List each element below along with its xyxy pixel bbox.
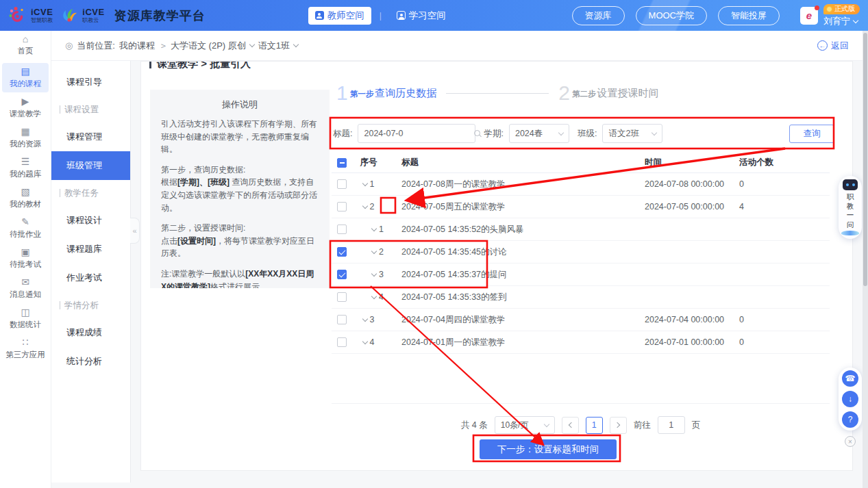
row-count: 0 <box>739 179 830 189</box>
semester-select[interactable]: 2024春 <box>509 124 569 143</box>
expand-row-icon[interactable] <box>371 293 377 298</box>
course-menu-item-课程题库[interactable]: 课程题库 <box>51 235 130 264</box>
instruction-paragraph: 第一步，查询历史数据:根据[学期]、[班级] 查询历史数据，支持自定义勾选该课堂… <box>161 164 319 214</box>
smart-cast-button[interactable]: 智能投屏 <box>718 6 780 25</box>
help-icon[interactable]: ? <box>842 411 858 428</box>
next-step-button[interactable]: 下一步：设置标题和时间 <box>480 439 617 459</box>
support-icon[interactable]: ☎ <box>842 370 858 387</box>
sidebar-item-待批考试[interactable]: ▣ 待批考试 <box>2 244 49 273</box>
course-menu-item-统计分析[interactable]: 统计分析 <box>51 347 130 376</box>
breadcrumb-my-courses[interactable]: 我的课程 <box>119 40 155 52</box>
floating-action-pill: ☎↓? <box>839 368 862 431</box>
search-icon[interactable] <box>474 130 482 138</box>
row-checkbox[interactable] <box>337 224 347 234</box>
sidebar-item-消息通知[interactable]: ✉ 消息通知 <box>2 274 49 303</box>
row-checkbox[interactable] <box>337 270 347 279</box>
page-size-select[interactable]: 10条/页 <box>495 416 555 434</box>
sidebar-item-我的课程[interactable]: ▤ 我的课程 <box>2 63 49 92</box>
row-checkbox[interactable] <box>337 315 347 324</box>
row-checkbox[interactable] <box>337 202 347 211</box>
goto-label: 前往 <box>634 420 651 431</box>
scrollbar-thumb[interactable] <box>863 33 867 286</box>
row-number: 1 <box>379 224 384 234</box>
mooc-college-button[interactable]: MOOC学院 <box>636 6 707 25</box>
menu-collapse-handle[interactable]: « <box>130 218 140 244</box>
teacher-space-icon <box>315 11 324 20</box>
select-all-checkbox[interactable] <box>337 158 347 168</box>
instructions-body: 引入活动支持引入该课程下所有学期、所有班级中创建的课堂教学，无需教师重复编辑。第… <box>161 118 319 288</box>
query-button[interactable]: 查询 <box>789 125 834 143</box>
logo-icve-zhijiaoyun: iCVE 职教云 <box>60 6 104 25</box>
chevron-right-icon <box>614 422 619 428</box>
app-root: iCVE 智慧职教 iCVE 职教云 资源库教学平台 教师空间 | <box>0 0 868 488</box>
course-menu-item-课程成绩[interactable]: 课程成绩 <box>51 318 130 347</box>
sidebar-item-label: 我的资源 <box>10 139 41 149</box>
breadcrumb-class-select[interactable]: 语文1班 <box>258 40 298 52</box>
row-checkbox[interactable] <box>337 179 347 189</box>
step-number: 2 <box>558 83 570 103</box>
course-menu-item-课程引导[interactable]: 课程引导 <box>51 68 130 97</box>
title-search-input[interactable] <box>364 129 474 138</box>
title-search-field[interactable] <box>358 124 475 143</box>
sidebar-item-icon: ⌂ <box>23 34 28 44</box>
download-icon[interactable]: ↓ <box>842 391 858 407</box>
sidebar-item-待批作业[interactable]: ✎ 待批作业 <box>2 214 49 243</box>
sidebar-item-数据统计[interactable]: ◫ 数据统计 <box>2 304 49 333</box>
course-menu-item-作业考试[interactable]: 作业考试 <box>51 264 130 292</box>
course-menu-item-班级管理[interactable]: 班级管理 <box>51 151 130 180</box>
row-checkbox[interactable] <box>337 337 347 347</box>
sidebar-item-第三方应用[interactable]: ∷ 第三方应用 <box>2 334 49 363</box>
row-title: 2024-07-05 14:35:52的头脑风暴 <box>385 224 645 235</box>
expand-row-icon[interactable] <box>371 225 377 231</box>
current-page[interactable]: 1 <box>586 417 603 434</box>
course-menu-item-课程设计[interactable]: 课程设计 <box>51 206 130 235</box>
expand-row-icon[interactable] <box>371 248 377 253</box>
sidebar-item-首页[interactable]: ⌂ 首页 <box>2 31 49 60</box>
expand-row-icon[interactable] <box>362 338 367 344</box>
table-row: 2 2024-07-05周五的课堂教学 2024-07-05 00:00:00 … <box>332 196 830 218</box>
next-page-button[interactable] <box>610 417 627 434</box>
row-time: 2024-07-01 00:00:00 <box>645 337 739 347</box>
sidebar-item-我的题库[interactable]: ☰ 我的题库 <box>2 153 49 183</box>
instruction-paragraph: 引入活动支持引入该课程下所有学期、所有班级中创建的课堂教学，无需教师重复编辑。 <box>161 118 319 156</box>
prev-page-button[interactable] <box>562 417 579 434</box>
chevron-down-icon <box>293 42 299 47</box>
username[interactable]: 刘育宁 <box>823 16 858 27</box>
zhijiao-assistant-widget[interactable]: 职教一问 <box>839 176 862 239</box>
page-scrollbar[interactable] <box>863 31 868 488</box>
breadcrumb-course-select[interactable]: 大学语文 (2P) 原创 <box>171 40 254 52</box>
course-menu-item-课程管理[interactable]: 课程管理 <box>51 123 130 151</box>
nav-learning-space[interactable]: 学习空间 <box>390 7 453 25</box>
title-filter-label: 标题: <box>333 128 352 140</box>
expand-row-icon[interactable] <box>362 180 367 185</box>
expand-row-icon[interactable] <box>362 316 367 321</box>
sidebar-item-课堂教学[interactable]: ▶ 课堂教学 <box>2 93 49 123</box>
nav-teacher-space[interactable]: 教师空间 <box>308 7 371 25</box>
back-button[interactable]: ← 返回 <box>817 40 849 52</box>
step-label: 设置授课时间 <box>597 87 658 100</box>
sidebar-item-我的资源[interactable]: ▦ 我的资源 <box>2 123 49 153</box>
avatar[interactable]: e <box>800 7 818 25</box>
location-pin-icon: ◎ <box>65 40 73 51</box>
class-select[interactable]: 语文2班 <box>602 124 662 143</box>
notification-dot <box>815 5 819 10</box>
row-number: 4 <box>370 337 375 347</box>
row-checkbox[interactable] <box>337 247 347 257</box>
resource-library-button[interactable]: 资源库 <box>572 6 625 25</box>
sidebar-item-我的教材[interactable]: ▧ 我的教材 <box>2 183 49 213</box>
row-checkbox[interactable] <box>337 292 347 302</box>
table-row: 4 2024-07-01周一的课堂教学 2024-07-01 00:00:00 … <box>332 331 830 354</box>
user-block[interactable]: e 正式版 刘育宁 <box>800 4 860 27</box>
expand-row-icon[interactable] <box>371 270 377 276</box>
instruction-paragraph: 注:课堂教学一般默认以[XX年XX月XX日周X的课堂教学]格式进行展示。 <box>161 268 319 288</box>
fab-collapse-button[interactable]: × <box>845 436 856 447</box>
chevron-down-icon <box>558 129 564 135</box>
sidebar-item-label: 第三方应用 <box>5 350 45 360</box>
chevron-down-icon <box>652 129 657 135</box>
breadcrumb-separator: ＞ <box>159 40 168 52</box>
expand-row-icon[interactable] <box>362 203 367 208</box>
row-time: 2024-07-04 00:00:00 <box>645 315 739 324</box>
row-number: 2 <box>370 202 375 211</box>
sidebar-item-label: 数据统计 <box>10 320 41 330</box>
goto-page-input[interactable] <box>658 416 685 434</box>
